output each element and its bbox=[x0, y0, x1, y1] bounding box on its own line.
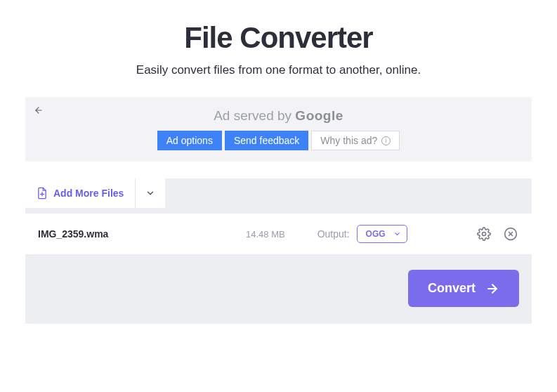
file-row: IMG_2359.wma 14.48 MB Output: OGG bbox=[25, 214, 532, 254]
main-panel: Add More Files IMG_2359.wma 14.48 MB Out… bbox=[25, 178, 532, 324]
file-name: IMG_2359.wma bbox=[38, 228, 235, 240]
remove-file-button[interactable] bbox=[502, 226, 519, 242]
ad-back-icon[interactable] bbox=[34, 105, 44, 115]
ad-served-brand: Google bbox=[295, 108, 343, 123]
output-group: Output: OGG bbox=[317, 225, 407, 243]
ad-why-button[interactable]: Why this ad? i bbox=[311, 131, 400, 150]
ad-why-label: Why this ad? bbox=[320, 135, 377, 146]
output-format-select[interactable]: OGG bbox=[357, 225, 407, 243]
convert-label: Convert bbox=[428, 281, 476, 296]
ad-container: Ad served by Google Ad options Send feed… bbox=[25, 97, 532, 162]
add-files-dropdown[interactable] bbox=[135, 178, 165, 208]
add-files-label: Add More Files bbox=[53, 188, 124, 199]
add-files-button[interactable]: Add More Files bbox=[25, 178, 135, 208]
svg-point-3 bbox=[483, 233, 486, 236]
file-row-actions bbox=[476, 226, 519, 242]
ad-served-prefix: Ad served by bbox=[214, 108, 295, 123]
gear-icon bbox=[477, 227, 491, 241]
page-title: File Converter bbox=[0, 21, 557, 55]
file-size: 14.48 MB bbox=[246, 229, 285, 240]
chevron-down-icon bbox=[393, 230, 401, 238]
settings-button[interactable] bbox=[476, 226, 492, 242]
ad-options-button[interactable]: Ad options bbox=[157, 131, 222, 150]
info-icon: i bbox=[381, 136, 391, 145]
output-label: Output: bbox=[317, 228, 350, 240]
arrow-right-icon bbox=[485, 282, 499, 296]
close-circle-icon bbox=[504, 227, 518, 241]
ad-buttons-row: Ad options Send feedback Why this ad? i bbox=[35, 131, 522, 150]
ad-served-text: Ad served by Google bbox=[35, 104, 522, 131]
add-files-row: Add More Files bbox=[25, 178, 532, 208]
ad-feedback-button[interactable]: Send feedback bbox=[225, 131, 308, 150]
convert-button[interactable]: Convert bbox=[408, 270, 519, 307]
file-plus-icon bbox=[37, 187, 48, 200]
page-subtitle: Easily convert files from one format to … bbox=[0, 63, 557, 77]
output-format-value: OGG bbox=[366, 229, 386, 239]
chevron-down-icon bbox=[145, 188, 155, 198]
page-header: File Converter Easily convert files from… bbox=[0, 0, 557, 91]
convert-row: Convert bbox=[25, 254, 532, 307]
